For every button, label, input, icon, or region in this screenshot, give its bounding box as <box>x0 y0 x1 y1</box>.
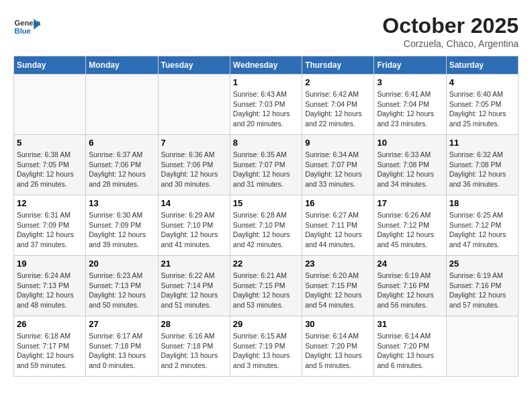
day-number: 29 <box>233 319 299 329</box>
day-info: Sunrise: 6:24 AM Sunset: 7:13 PM Dayligh… <box>17 271 83 310</box>
day-info: Sunrise: 6:37 AM Sunset: 7:06 PM Dayligh… <box>89 150 154 189</box>
logo: General Blue <box>13 13 43 40</box>
page-header: General Blue October 2025 Corzuela, Chac… <box>13 13 519 49</box>
day-number: 7 <box>161 138 227 148</box>
day-cell: 21Sunrise: 6:22 AM Sunset: 7:14 PM Dayli… <box>158 256 230 316</box>
day-cell <box>446 316 518 377</box>
day-cell: 17Sunrise: 6:26 AM Sunset: 7:12 PM Dayli… <box>374 195 446 256</box>
day-number: 16 <box>305 198 371 208</box>
day-number: 30 <box>305 319 371 329</box>
day-cell: 20Sunrise: 6:23 AM Sunset: 7:13 PM Dayli… <box>86 256 158 316</box>
day-info: Sunrise: 6:38 AM Sunset: 7:05 PM Dayligh… <box>17 150 83 189</box>
day-number: 14 <box>161 198 227 208</box>
header-row: SundayMondayTuesdayWednesdayThursdayFrid… <box>14 56 519 75</box>
day-info: Sunrise: 6:28 AM Sunset: 7:10 PM Dayligh… <box>233 210 299 250</box>
week-row-3: 12Sunrise: 6:31 AM Sunset: 7:09 PM Dayli… <box>14 195 519 256</box>
day-number: 9 <box>305 138 371 148</box>
day-info: Sunrise: 6:19 AM Sunset: 7:16 PM Dayligh… <box>377 271 443 310</box>
day-cell: 13Sunrise: 6:30 AM Sunset: 7:09 PM Dayli… <box>86 195 158 256</box>
day-number: 27 <box>89 319 154 329</box>
day-cell: 24Sunrise: 6:19 AM Sunset: 7:16 PM Dayli… <box>374 256 446 316</box>
day-header-thursday: Thursday <box>302 56 374 75</box>
day-number: 3 <box>377 77 443 87</box>
day-number: 22 <box>233 259 299 269</box>
day-info: Sunrise: 6:18 AM Sunset: 7:17 PM Dayligh… <box>17 331 83 371</box>
day-cell: 25Sunrise: 6:19 AM Sunset: 7:16 PM Dayli… <box>446 256 518 316</box>
day-info: Sunrise: 6:42 AM Sunset: 7:04 PM Dayligh… <box>305 89 371 129</box>
day-info: Sunrise: 6:16 AM Sunset: 7:18 PM Dayligh… <box>161 331 227 371</box>
day-number: 18 <box>449 198 515 208</box>
day-number: 28 <box>161 319 227 329</box>
day-cell: 9Sunrise: 6:34 AM Sunset: 7:07 PM Daylig… <box>302 135 374 195</box>
day-number: 10 <box>377 138 443 148</box>
day-cell: 16Sunrise: 6:27 AM Sunset: 7:11 PM Dayli… <box>302 195 374 256</box>
day-number: 31 <box>377 319 443 329</box>
day-cell: 4Sunrise: 6:40 AM Sunset: 7:05 PM Daylig… <box>446 75 518 135</box>
day-cell <box>86 75 158 135</box>
title-area: October 2025 Corzuela, Chaco, Argentina <box>382 13 519 49</box>
day-number: 19 <box>17 259 83 269</box>
week-row-2: 5Sunrise: 6:38 AM Sunset: 7:05 PM Daylig… <box>14 135 519 195</box>
week-row-1: 1Sunrise: 6:43 AM Sunset: 7:03 PM Daylig… <box>14 75 519 135</box>
day-cell: 22Sunrise: 6:21 AM Sunset: 7:15 PM Dayli… <box>230 256 302 316</box>
day-cell: 8Sunrise: 6:35 AM Sunset: 7:07 PM Daylig… <box>230 135 302 195</box>
day-cell: 1Sunrise: 6:43 AM Sunset: 7:03 PM Daylig… <box>230 75 302 135</box>
day-number: 5 <box>17 138 83 148</box>
day-number: 26 <box>17 319 83 329</box>
day-cell: 19Sunrise: 6:24 AM Sunset: 7:13 PM Dayli… <box>14 256 86 316</box>
day-number: 12 <box>17 198 83 208</box>
day-info: Sunrise: 6:14 AM Sunset: 7:20 PM Dayligh… <box>377 331 443 371</box>
day-info: Sunrise: 6:27 AM Sunset: 7:11 PM Dayligh… <box>305 210 371 250</box>
day-cell <box>158 75 230 135</box>
day-number: 25 <box>449 259 515 269</box>
day-info: Sunrise: 6:43 AM Sunset: 7:03 PM Dayligh… <box>233 89 299 129</box>
day-cell: 31Sunrise: 6:14 AM Sunset: 7:20 PM Dayli… <box>374 316 446 377</box>
day-header-tuesday: Tuesday <box>158 56 230 75</box>
day-cell: 5Sunrise: 6:38 AM Sunset: 7:05 PM Daylig… <box>14 135 86 195</box>
day-cell: 26Sunrise: 6:18 AM Sunset: 7:17 PM Dayli… <box>14 316 86 377</box>
week-row-4: 19Sunrise: 6:24 AM Sunset: 7:13 PM Dayli… <box>14 256 519 316</box>
day-number: 8 <box>233 138 299 148</box>
day-info: Sunrise: 6:15 AM Sunset: 7:19 PM Dayligh… <box>233 331 299 371</box>
day-info: Sunrise: 6:14 AM Sunset: 7:20 PM Dayligh… <box>305 331 371 371</box>
day-number: 13 <box>89 198 154 208</box>
day-cell: 27Sunrise: 6:17 AM Sunset: 7:18 PM Dayli… <box>86 316 158 377</box>
day-info: Sunrise: 6:32 AM Sunset: 7:08 PM Dayligh… <box>449 150 515 189</box>
day-info: Sunrise: 6:35 AM Sunset: 7:07 PM Dayligh… <box>233 150 299 189</box>
day-number: 2 <box>305 77 371 87</box>
day-info: Sunrise: 6:30 AM Sunset: 7:09 PM Dayligh… <box>89 210 154 250</box>
day-header-saturday: Saturday <box>446 56 518 75</box>
day-info: Sunrise: 6:40 AM Sunset: 7:05 PM Dayligh… <box>449 89 515 129</box>
day-cell: 30Sunrise: 6:14 AM Sunset: 7:20 PM Dayli… <box>302 316 374 377</box>
day-number: 24 <box>377 259 443 269</box>
day-cell: 7Sunrise: 6:36 AM Sunset: 7:06 PM Daylig… <box>158 135 230 195</box>
day-cell: 18Sunrise: 6:25 AM Sunset: 7:12 PM Dayli… <box>446 195 518 256</box>
month-title: October 2025 <box>382 13 519 38</box>
day-info: Sunrise: 6:17 AM Sunset: 7:18 PM Dayligh… <box>89 331 154 371</box>
day-cell: 23Sunrise: 6:20 AM Sunset: 7:15 PM Dayli… <box>302 256 374 316</box>
day-info: Sunrise: 6:26 AM Sunset: 7:12 PM Dayligh… <box>377 210 443 250</box>
day-cell: 10Sunrise: 6:33 AM Sunset: 7:08 PM Dayli… <box>374 135 446 195</box>
week-row-5: 26Sunrise: 6:18 AM Sunset: 7:17 PM Dayli… <box>14 316 519 377</box>
day-number: 1 <box>233 77 299 87</box>
day-number: 20 <box>89 259 154 269</box>
day-info: Sunrise: 6:33 AM Sunset: 7:08 PM Dayligh… <box>377 150 443 189</box>
day-number: 17 <box>377 198 443 208</box>
logo-icon: General Blue <box>13 13 40 40</box>
day-cell: 15Sunrise: 6:28 AM Sunset: 7:10 PM Dayli… <box>230 195 302 256</box>
day-cell: 14Sunrise: 6:29 AM Sunset: 7:10 PM Dayli… <box>158 195 230 256</box>
day-header-monday: Monday <box>86 56 158 75</box>
svg-text:Blue: Blue <box>15 27 31 35</box>
day-number: 21 <box>161 259 227 269</box>
location-subtitle: Corzuela, Chaco, Argentina <box>382 38 519 49</box>
day-info: Sunrise: 6:31 AM Sunset: 7:09 PM Dayligh… <box>17 210 83 250</box>
day-info: Sunrise: 6:19 AM Sunset: 7:16 PM Dayligh… <box>449 271 515 310</box>
day-header-friday: Friday <box>374 56 446 75</box>
day-number: 4 <box>449 77 515 87</box>
calendar-table: SundayMondayTuesdayWednesdayThursdayFrid… <box>13 56 519 377</box>
day-cell: 29Sunrise: 6:15 AM Sunset: 7:19 PM Dayli… <box>230 316 302 377</box>
day-info: Sunrise: 6:29 AM Sunset: 7:10 PM Dayligh… <box>161 210 227 250</box>
day-cell: 12Sunrise: 6:31 AM Sunset: 7:09 PM Dayli… <box>14 195 86 256</box>
day-info: Sunrise: 6:36 AM Sunset: 7:06 PM Dayligh… <box>161 150 227 189</box>
day-number: 11 <box>449 138 515 148</box>
